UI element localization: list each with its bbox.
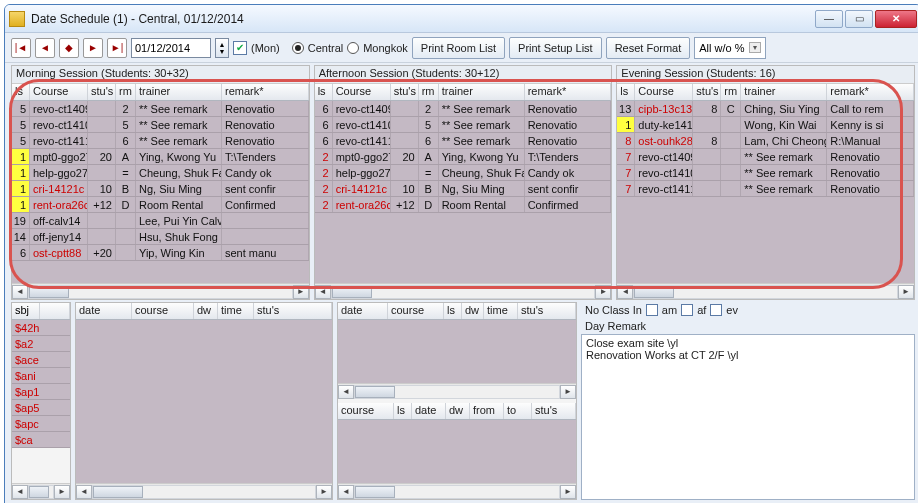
col-to[interactable]: to (504, 403, 532, 419)
no-class-ev-checkbox[interactable] (710, 304, 722, 316)
table-row[interactable]: 5 revo-ct1409 2 ** See remark Renovatio (12, 101, 309, 117)
table-row[interactable]: 1 mpt0-ggo27 20 A Ying, Kwong Yu T:\Tend… (12, 149, 309, 165)
table-row[interactable]: 13 cipb-13c13m 8 C Ching, Siu Ying Call … (617, 101, 914, 117)
day-remark-text[interactable]: Close exam site \ylRenovation Works at C… (581, 334, 915, 500)
table-row[interactable]: 2 help-ggo27a = Cheung, Shuk Fa Candy ok (315, 165, 612, 181)
sbj-item[interactable]: $ap5 (12, 400, 70, 416)
sbj-item[interactable]: $ace (12, 352, 70, 368)
close-button[interactable]: ✕ (875, 10, 917, 28)
col-stu's[interactable]: stu's (693, 84, 721, 100)
col-stu's[interactable]: stu's (532, 403, 576, 419)
location-label-mongkok[interactable]: Mongkok (363, 42, 408, 54)
table-row[interactable]: 7 revo-ct1410 ** See remark Renovatio (617, 165, 914, 181)
nav-next-button[interactable]: ► (83, 38, 103, 58)
evening-scrollbar[interactable]: ◄► (617, 283, 914, 299)
col-stu's[interactable]: stu's (254, 303, 332, 319)
table-row[interactable]: 1 cri-14121c 10 B Ng, Siu Ming sent conf… (12, 181, 309, 197)
table-row[interactable]: 1 help-ggo27a = Cheung, Shuk Fa Candy ok (12, 165, 309, 181)
sbj-scrollbar[interactable]: ◄► (12, 483, 70, 499)
col-rm[interactable]: rm (116, 84, 136, 100)
col-dw[interactable]: dw (462, 303, 484, 319)
col-stu's[interactable]: stu's (88, 84, 116, 100)
afternoon-scrollbar[interactable]: ◄► (315, 283, 612, 299)
no-class-am-checkbox[interactable] (646, 304, 658, 316)
table-row[interactable]: 1 duty-ke1412 Wong, Kin Wai Kenny is si (617, 117, 914, 133)
table-row[interactable]: 8 ost-ouhk28 8 Lam, Chi Cheong R:\Manual (617, 133, 914, 149)
col-course[interactable]: course (338, 403, 394, 419)
table-row[interactable]: 6 revo-ct1410 5 ** See remark Renovatio (315, 117, 612, 133)
table-row[interactable]: 6 ost-cptt88 +20 Yip, Wing Kin sent manu (12, 245, 309, 261)
day-checkbox[interactable]: ✔ (233, 41, 247, 55)
location-radio-mongkok[interactable] (347, 42, 359, 54)
col-trainer[interactable]: trainer (439, 84, 525, 100)
table-row[interactable]: 5 revo-ct1410 5 ** See remark Renovatio (12, 117, 309, 133)
table-row[interactable]: 14 off-jeny14 Hsu, Shuk Fong (12, 229, 309, 245)
col-course[interactable]: course (388, 303, 444, 319)
mid1-scrollbar[interactable]: ◄► (76, 483, 332, 499)
print-room-list-button[interactable]: Print Room List (412, 37, 505, 59)
col-ls[interactable]: ls (12, 84, 30, 100)
reset-format-button[interactable]: Reset Format (606, 37, 691, 59)
sbj-item[interactable]: $ca (12, 432, 70, 448)
col-sbj[interactable]: sbj (12, 303, 40, 319)
nav-prev-button[interactable]: ◄ (35, 38, 55, 58)
sbj-item[interactable]: $apc (12, 416, 70, 432)
maximize-button[interactable]: ▭ (845, 10, 873, 28)
table-row[interactable]: 1 rent-ora26c +12 D Room Rental Confirme… (12, 197, 309, 213)
mid2-top-scrollbar[interactable]: ◄► (338, 383, 576, 399)
filter-combo[interactable]: All w/o % ▾ (694, 37, 765, 59)
col-ls[interactable]: ls (444, 303, 462, 319)
col-ls[interactable]: ls (394, 403, 412, 419)
table-row[interactable]: 2 cri-14121c 10 B Ng, Siu Ming sent conf… (315, 181, 612, 197)
sbj-item[interactable]: $a2 (12, 336, 70, 352)
sbj-item[interactable]: $ani (12, 368, 70, 384)
location-label-central[interactable]: Central (308, 42, 343, 54)
col-rm[interactable]: rm (419, 84, 439, 100)
col-date[interactable]: date (338, 303, 388, 319)
table-row[interactable]: 5 revo-ct1411 6 ** See remark Renovatio (12, 133, 309, 149)
col-time[interactable]: time (218, 303, 254, 319)
col-stu's[interactable]: stu's (518, 303, 576, 319)
col-date[interactable]: date (76, 303, 132, 319)
col-course[interactable]: course (132, 303, 194, 319)
table-row[interactable]: 6 revo-ct1409 2 ** See remark Renovatio (315, 101, 612, 117)
col-dw[interactable]: dw (194, 303, 218, 319)
col-ls[interactable]: ls (617, 84, 635, 100)
table-row[interactable]: 2 rent-ora26c +12 D Room Rental Confirme… (315, 197, 612, 213)
col-stu's[interactable]: stu's (391, 84, 419, 100)
titlebar[interactable]: Date Schedule (1) - Central, 01/12/2014 … (5, 5, 918, 33)
col-date[interactable]: date (412, 403, 446, 419)
morning-scrollbar[interactable]: ◄► (12, 283, 309, 299)
col-remark*[interactable]: remark* (525, 84, 612, 100)
table-row[interactable]: 2 mpt0-ggo27 20 A Ying, Kwong Yu T:\Tend… (315, 149, 612, 165)
table-row[interactable]: 6 revo-ct1411 6 ** See remark Renovatio (315, 133, 612, 149)
date-input[interactable] (131, 38, 211, 58)
col-from[interactable]: from (470, 403, 504, 419)
sbj-item[interactable]: $ap1 (12, 384, 70, 400)
col-dw[interactable]: dw (446, 403, 470, 419)
mid2-bot-scrollbar[interactable]: ◄► (338, 483, 576, 499)
print-setup-list-button[interactable]: Print Setup List (509, 37, 602, 59)
col-remark*[interactable]: remark* (222, 84, 309, 100)
table-row[interactable]: 19 off-calv14 Lee, Pui Yin Calv (12, 213, 309, 229)
table-row[interactable]: 7 revo-ct1411 ** See remark Renovatio (617, 181, 914, 197)
col-ls[interactable]: ls (315, 84, 333, 100)
nav-first-button[interactable]: |◄ (11, 38, 31, 58)
col-trainer[interactable]: trainer (741, 84, 827, 100)
col-trainer[interactable]: trainer (136, 84, 222, 100)
col-Course[interactable]: Course (333, 84, 391, 100)
toolbar: |◄ ◄ ◆ ► ►| ▲▼ ✔ (Mon) Central Mongkok P… (5, 33, 918, 63)
location-radio-central[interactable] (292, 42, 304, 54)
nav-last-button[interactable]: ►| (107, 38, 127, 58)
no-class-af-checkbox[interactable] (681, 304, 693, 316)
sbj-item[interactable]: $42h (12, 320, 70, 336)
col-remark*[interactable]: remark* (827, 84, 914, 100)
col-rm[interactable]: rm (721, 84, 741, 100)
col-Course[interactable]: Course (635, 84, 693, 100)
col-time[interactable]: time (484, 303, 518, 319)
nav-today-button[interactable]: ◆ (59, 38, 79, 58)
col-Course[interactable]: Course (30, 84, 88, 100)
date-spinner[interactable]: ▲▼ (215, 38, 229, 58)
minimize-button[interactable]: — (815, 10, 843, 28)
table-row[interactable]: 7 revo-ct1409 ** See remark Renovatio (617, 149, 914, 165)
